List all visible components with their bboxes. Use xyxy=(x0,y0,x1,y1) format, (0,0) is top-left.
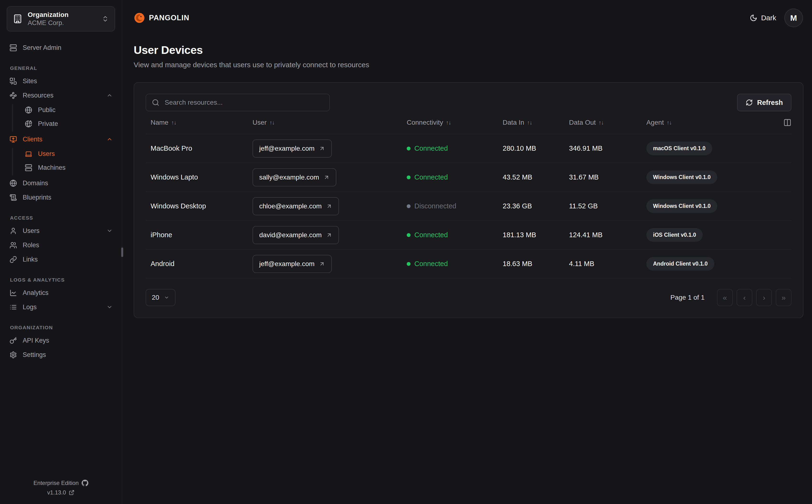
connectivity-status: Connected xyxy=(407,231,503,239)
search-icon xyxy=(152,99,159,106)
sidebar-item-blueprints[interactable]: Blueprints xyxy=(7,191,115,204)
sidebar-item-sites[interactable]: Sites xyxy=(7,75,115,87)
connectivity-status: Connected xyxy=(407,260,503,268)
data-out-value: 124.41 MB xyxy=(569,231,646,239)
user-link-button[interactable]: jeff@example.com xyxy=(253,139,332,158)
github-icon[interactable] xyxy=(82,480,88,486)
sidebar-item-machines[interactable]: Machines xyxy=(22,162,115,174)
sites-icon xyxy=(10,77,17,85)
sidebar-item-label: Domains xyxy=(23,180,48,187)
status-dot xyxy=(407,175,411,179)
sidebar-item-analytics[interactable]: Analytics xyxy=(7,287,115,299)
section-logs-analytics: LOGS & ANALYTICS xyxy=(10,277,115,283)
data-in-value: 18.63 MB xyxy=(503,260,569,268)
sidebar-item-logs[interactable]: Logs xyxy=(7,301,115,313)
sort-icon: ↑↓ xyxy=(171,119,176,126)
device-name: iPhone xyxy=(150,231,253,239)
first-page-button[interactable]: « xyxy=(717,289,733,306)
status-dot xyxy=(407,204,411,208)
agent-badge: Windows Client v0.1.0 xyxy=(646,170,717,184)
data-out-value: 4.11 MB xyxy=(569,260,646,268)
user-link-button[interactable]: chloe@example.com xyxy=(253,197,339,215)
brand-name: PANGOLIN xyxy=(149,14,189,22)
moon-icon xyxy=(750,14,757,22)
sidebar-item-label: Roles xyxy=(23,242,39,249)
sidebar-item-clients[interactable]: Clients xyxy=(7,133,115,145)
last-page-button[interactable]: » xyxy=(776,289,791,306)
user-link-button[interactable]: sally@example.com xyxy=(253,168,336,186)
arrow-up-right-icon xyxy=(326,203,332,209)
toggle-columns-button[interactable] xyxy=(783,118,791,127)
table-row: Android jeff@example.com Connected 18.63… xyxy=(145,250,791,278)
arrow-up-right-icon xyxy=(323,174,330,180)
sidebar-item-label: API Keys xyxy=(23,337,49,344)
previous-page-button[interactable]: ‹ xyxy=(737,289,752,306)
page-title: User Devices xyxy=(134,43,803,57)
column-header-user[interactable]: User↑↓ xyxy=(253,119,407,126)
org-selector-label: Organization xyxy=(28,11,96,19)
sidebar-item-private[interactable]: Private xyxy=(22,118,115,130)
page-size-select[interactable]: 20 xyxy=(145,289,175,306)
sidebar-item-users[interactable]: Users xyxy=(7,225,115,237)
org-selector-value: ACME Corp. xyxy=(28,20,96,27)
sidebar-resize-handle[interactable] xyxy=(121,247,123,257)
theme-toggle-label: Dark xyxy=(761,14,776,22)
theme-toggle-button[interactable]: Dark xyxy=(750,14,776,22)
arrow-up-right-icon xyxy=(319,145,325,152)
external-link-icon[interactable] xyxy=(69,490,74,495)
sort-icon: ↑↓ xyxy=(446,119,451,126)
key-icon xyxy=(10,337,17,344)
sidebar-item-links[interactable]: Links xyxy=(7,253,115,266)
refresh-button[interactable]: Refresh xyxy=(737,94,791,111)
column-header-connectivity[interactable]: Connectivity↑↓ xyxy=(407,119,503,126)
arrow-up-right-icon xyxy=(319,261,325,267)
column-header-name[interactable]: Name↑↓ xyxy=(150,119,253,126)
sidebar-item-resources[interactable]: Resources xyxy=(7,89,115,102)
sidebar-item-label: Analytics xyxy=(23,289,48,297)
table-row: Windows Lapto sally@example.com Connecte… xyxy=(145,163,791,192)
refresh-label: Refresh xyxy=(757,99,783,107)
search-input[interactable] xyxy=(145,94,330,111)
device-name: Windows Desktop xyxy=(150,202,253,210)
org-selector[interactable]: Organization ACME Corp. xyxy=(7,6,115,31)
chevron-down-icon xyxy=(164,295,169,300)
table-toolbar: Refresh xyxy=(145,94,791,111)
section-general: GENERAL xyxy=(10,65,115,71)
waypoints-icon xyxy=(10,92,17,99)
agent-badge: macOS Client v0.1.0 xyxy=(646,142,712,155)
list-icon xyxy=(10,303,17,311)
column-header-agent[interactable]: Agent↑↓ xyxy=(646,119,778,126)
sidebar-item-roles[interactable]: Roles xyxy=(7,239,115,251)
user-avatar[interactable]: M xyxy=(784,9,803,27)
sidebar-item-settings[interactable]: Settings xyxy=(7,349,115,361)
sidebar-item-api-keys[interactable]: API Keys xyxy=(7,334,115,347)
agent-badge: Android Client v0.1.0 xyxy=(646,257,714,271)
sidebar-item-label: Resources xyxy=(23,92,53,99)
status-dot xyxy=(407,147,411,150)
refresh-icon xyxy=(746,99,753,106)
sidebar-nav: Server Admin GENERAL Sites Resources Pub… xyxy=(7,41,115,363)
column-header-data-in[interactable]: Data In↑↓ xyxy=(503,119,569,126)
sidebar-item-domains[interactable]: Domains xyxy=(7,177,115,189)
column-header-data-out[interactable]: Data Out↑↓ xyxy=(569,119,646,126)
brand-logo[interactable]: PANGOLIN xyxy=(134,12,189,24)
table-row: iPhone david@example.com Connected 181.1… xyxy=(145,221,791,250)
sidebar-item-client-users[interactable]: Users xyxy=(22,148,115,160)
user-link-button[interactable]: jeff@example.com xyxy=(253,255,332,273)
data-out-value: 346.91 MB xyxy=(569,144,646,152)
edition-label: Enterprise Edition xyxy=(33,480,78,486)
table-header-row: Name↑↓ User↑↓ Connectivity↑↓ Data In↑↓ D… xyxy=(145,111,791,134)
sidebar-item-server-admin[interactable]: Server Admin xyxy=(7,41,115,54)
status-dot xyxy=(407,262,411,266)
user-link-button[interactable]: david@example.com xyxy=(253,226,339,244)
globe-icon xyxy=(25,106,32,114)
sidebar-item-label: Settings xyxy=(23,351,46,359)
next-page-button[interactable]: › xyxy=(756,289,772,306)
sidebar-item-public[interactable]: Public xyxy=(22,104,115,116)
sort-icon: ↑↓ xyxy=(270,119,275,126)
chevron-down-icon xyxy=(106,304,113,310)
topbar: PANGOLIN Dark M xyxy=(134,0,803,36)
devices-card: Refresh Name↑↓ User↑↓ Connectivity↑↓ Dat… xyxy=(134,82,803,318)
users-icon xyxy=(10,242,17,249)
pagination: 20 Page 1 of 1 « ‹ › » xyxy=(145,289,791,306)
